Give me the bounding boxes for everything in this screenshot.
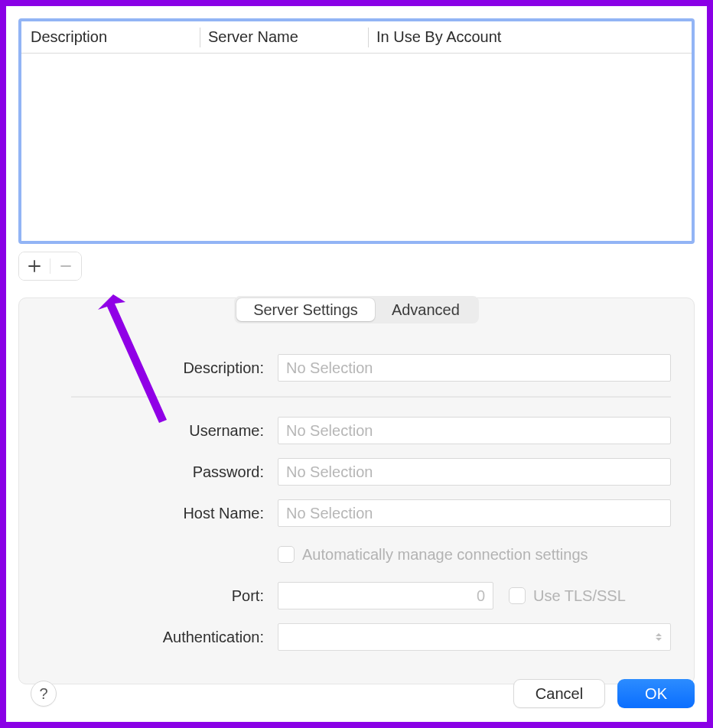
checkbox-icon <box>509 587 526 604</box>
ok-button[interactable]: OK <box>617 679 695 708</box>
table-body-empty[interactable] <box>21 54 692 241</box>
username-label: Username: <box>42 422 278 440</box>
checkbox-icon <box>278 546 295 563</box>
description-input[interactable] <box>278 354 671 382</box>
column-separator <box>200 28 200 47</box>
server-list-table[interactable]: Description Server Name In Use By Accoun… <box>18 18 695 244</box>
remove-server-button[interactable] <box>50 252 81 280</box>
password-label: Password: <box>42 463 278 481</box>
password-input[interactable] <box>278 458 671 486</box>
cancel-button[interactable]: Cancel <box>513 679 605 708</box>
port-input[interactable] <box>278 582 493 609</box>
use-tls-label: Use TLS/SSL <box>533 587 626 605</box>
row-description: Description: <box>42 347 671 388</box>
auto-manage-label: Automatically manage connection settings <box>302 546 588 564</box>
row-authentication: Authentication: <box>42 616 671 658</box>
column-in-use-label: In Use By Account <box>376 28 501 46</box>
authentication-select[interactable] <box>278 623 671 651</box>
server-settings-window: Description Server Name In Use By Accoun… <box>6 6 707 722</box>
footer: ? Cancel OK <box>18 679 695 708</box>
updown-icon <box>655 633 663 641</box>
column-description[interactable]: Description <box>31 21 208 53</box>
description-label: Description: <box>42 359 278 377</box>
hostname-label: Host Name: <box>42 505 278 522</box>
help-button[interactable]: ? <box>31 681 57 707</box>
add-remove-buttons <box>18 252 82 281</box>
add-server-button[interactable] <box>19 252 50 280</box>
column-in-use[interactable]: In Use By Account <box>376 21 682 53</box>
column-server-name-label: Server Name <box>208 28 298 46</box>
authentication-label: Authentication: <box>42 629 278 646</box>
column-server-name[interactable]: Server Name <box>208 21 376 53</box>
row-password: Password: <box>42 451 671 492</box>
divider <box>71 396 671 398</box>
username-input[interactable] <box>278 417 671 444</box>
row-auto-manage: Automatically manage connection settings <box>42 534 671 575</box>
hostname-input[interactable] <box>278 499 671 527</box>
tab-advanced[interactable]: Advanced <box>375 298 477 321</box>
tab-server-settings[interactable]: Server Settings <box>236 298 375 321</box>
column-separator <box>368 28 369 47</box>
table-header: Description Server Name In Use By Accoun… <box>21 21 692 54</box>
row-hostname: Host Name: <box>42 492 671 534</box>
port-label: Port: <box>42 587 278 605</box>
segmented-control: Server Settings Advanced <box>234 296 479 323</box>
tabs: Server Settings Advanced <box>42 296 671 323</box>
row-port: Port: Use TLS/SSL <box>42 575 671 616</box>
column-description-label: Description <box>31 28 107 46</box>
use-tls-checkbox[interactable]: Use TLS/SSL <box>509 587 626 605</box>
row-username: Username: <box>42 410 671 451</box>
settings-panel: Server Settings Advanced Description: Us… <box>18 297 695 684</box>
minus-icon <box>60 260 72 272</box>
plus-icon <box>28 260 41 272</box>
auto-manage-checkbox[interactable]: Automatically manage connection settings <box>278 546 671 564</box>
